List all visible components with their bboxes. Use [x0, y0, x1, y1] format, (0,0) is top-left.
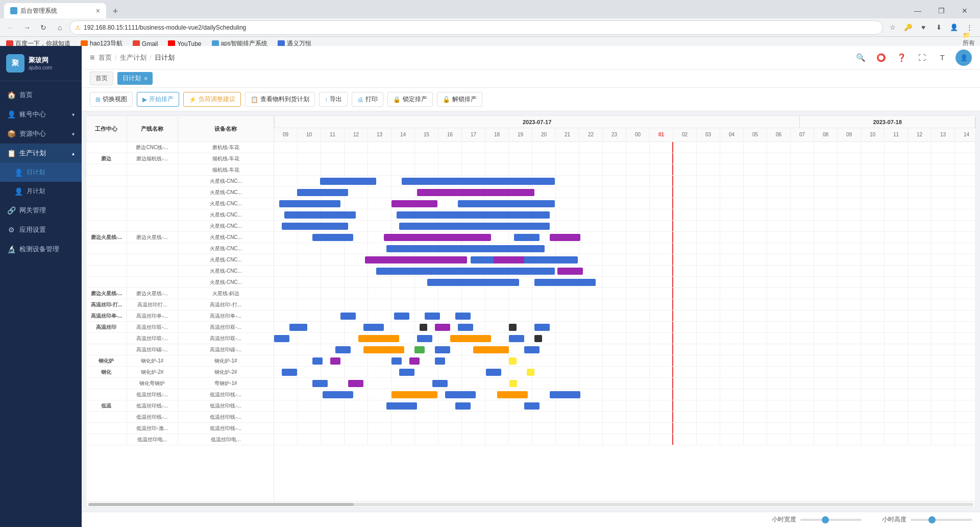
table-row: 钢化炉钢化炉-1#钢化炉-1#: [86, 355, 274, 367]
github-icon[interactable]: ⭕: [874, 51, 888, 65]
gantt-bar: [297, 189, 348, 196]
hour-cell-16: 16: [438, 128, 462, 140]
sidebar-item-resource[interactable]: 📦 资源中心 ▾: [0, 124, 82, 143]
gantt-bar: [435, 324, 450, 331]
print-button[interactable]: 🖨 打印: [352, 92, 383, 107]
sidebar-item-devices[interactable]: 🔬 检测设备管理: [0, 239, 82, 259]
logo-icon: 聚: [6, 54, 24, 73]
gantt-hscroll[interactable]: [86, 501, 975, 507]
minimize-button[interactable]: —: [906, 3, 929, 18]
fullscreen-icon[interactable]: ⛶: [915, 51, 929, 65]
start-schedule-button[interactable]: ▶ 开始排产: [137, 92, 179, 107]
load-adjust-button[interactable]: ⚡ 负荷调整建议: [183, 92, 241, 107]
gantt-bar: [509, 324, 517, 331]
breadcrumb-home[interactable]: 首页: [99, 53, 112, 62]
breadcrumb-production[interactable]: 生产计划: [120, 53, 146, 62]
hscroll-thumb[interactable]: [88, 503, 354, 506]
export-button[interactable]: ↑ 导出: [319, 92, 348, 107]
cell-workcenter: [86, 187, 127, 198]
material-plan-button[interactable]: 📋 查看物料到货计划: [245, 92, 315, 107]
cell-devname: 火星线-CNC...: [178, 221, 274, 231]
forward-button[interactable]: →: [20, 21, 34, 34]
load-icon: ⚡: [189, 96, 197, 103]
production-icon: 📋: [7, 149, 15, 157]
hour-cell-12: 12: [908, 128, 932, 140]
gantt-bar: [450, 335, 491, 342]
extension-icon-4[interactable]: 👤: [947, 21, 961, 34]
table-row: 高温丝印碳-...高温丝印碳-...: [86, 344, 274, 355]
sidebar-item-settings[interactable]: ⚙ 应用设置: [0, 220, 82, 239]
gantt-body[interactable]: 磨边CNC线-...磨机线-车花磨边磨边烟机线-...烟机线-车花烟机线-车花火…: [86, 142, 975, 501]
cell-workcenter: [86, 266, 127, 276]
main-header: ≡ 首页 / 生产计划 / 日计划 🔍 ⭕ ❓ ⛶ T 👤: [82, 46, 980, 69]
lock-schedule-button[interactable]: 🔒 锁定排产: [387, 92, 433, 107]
sidebar-item-home[interactable]: 🏠 首页: [0, 85, 82, 105]
hour-width-slider[interactable]: [800, 519, 862, 521]
cell-linename: [127, 254, 178, 265]
close-button[interactable]: ✕: [953, 3, 976, 18]
address-bar[interactable]: ⚠ 192.168.80.15:1111/business-module-vue…: [69, 20, 883, 35]
tab-close-icon[interactable]: ×: [144, 75, 148, 82]
restore-button[interactable]: ❐: [930, 3, 952, 18]
switch-view-button[interactable]: ⊞ 切换视图: [90, 92, 133, 107]
cell-linename: 钢化炉-1#: [127, 355, 178, 366]
cell-linename: 低温丝印线-...: [127, 389, 178, 400]
gantt-bar: [391, 200, 437, 207]
security-icon: ⚠: [75, 24, 81, 31]
sidebar-item-production[interactable]: 📋 生产计划 ▴: [0, 143, 82, 163]
cell-workcenter: 磨边火星线-...: [86, 288, 127, 299]
table-row: 火星线-CNC...: [86, 254, 274, 266]
tab-home[interactable]: 首页: [90, 71, 113, 85]
tab-daily-plan[interactable]: 日计划 ×: [117, 72, 153, 85]
table-row: 高温丝印单-...高温丝印单-...高温丝印单-...: [86, 310, 274, 322]
menu-toggle-button[interactable]: ≡: [90, 53, 94, 62]
lock-icon: 🔒: [393, 96, 401, 103]
hour-cell-11: 11: [321, 128, 345, 140]
user-avatar[interactable]: 👤: [955, 50, 972, 66]
gantt-bar: [458, 324, 473, 331]
table-row: 火星线-CNC...: [86, 187, 274, 198]
table-row: 低温丝印线-...低温丝印线-...: [86, 412, 274, 423]
browser-tab-active[interactable]: 后台管理系统 ×: [4, 3, 106, 18]
sidebar-item-production-label: 生产计划: [19, 149, 46, 158]
sidebar-item-account[interactable]: 👤 账号中心 ▾: [0, 105, 82, 124]
back-button[interactable]: ←: [4, 21, 17, 34]
cell-linename: 磨边CNC线-...: [127, 142, 178, 153]
chart-row: [274, 434, 975, 445]
extension-icon-1[interactable]: 🔑: [901, 21, 915, 34]
font-icon[interactable]: T: [935, 51, 949, 65]
chart-row: [274, 378, 975, 389]
new-tab-button[interactable]: +: [108, 4, 122, 18]
reload-button[interactable]: ↻: [37, 21, 50, 34]
resource-icon: 📦: [7, 130, 15, 138]
hour-cell-14: 14: [955, 128, 975, 140]
gantt-bar: [340, 313, 356, 320]
table-row: 火星线-CNC...: [86, 243, 274, 254]
gantt-bar: [363, 324, 384, 331]
bookmark-star-icon[interactable]: ☆: [886, 21, 899, 34]
cell-linename: 钢化炉-2#: [127, 367, 178, 377]
hour-width-slider-group: 小时宽度: [772, 515, 862, 524]
chart-row: [274, 333, 975, 344]
home-button[interactable]: ⌂: [53, 21, 66, 34]
help-icon[interactable]: ❓: [894, 51, 909, 65]
extension-icon-2[interactable]: ♥: [917, 21, 930, 34]
extension-icon-3[interactable]: ⬇: [932, 21, 945, 34]
tab-close-button[interactable]: ×: [96, 7, 100, 15]
breadcrumb-current: 日计划: [155, 53, 175, 62]
gantt-bar: [509, 357, 517, 365]
cell-devname: 高温丝印双-...: [178, 322, 274, 332]
hour-cell-06: 06: [767, 128, 791, 140]
sidebar-item-monthly-plan[interactable]: 👤 月计划: [0, 182, 82, 201]
sidebar-item-account-label: 账号中心: [19, 110, 46, 119]
cell-workcenter: 高温丝印-打...: [86, 299, 127, 310]
sidebar-item-daily-plan[interactable]: 👤 日计划: [0, 163, 82, 182]
unlock-schedule-button[interactable]: 🔓 解锁排产: [437, 92, 482, 107]
sidebar-item-daily-label: 日计划: [27, 168, 45, 177]
hour-height-slider[interactable]: [911, 519, 972, 521]
sidebar-item-gateway[interactable]: 🔗 网关管理: [0, 201, 82, 220]
gantt-bar: [414, 346, 425, 353]
search-header-icon[interactable]: 🔍: [853, 51, 868, 65]
sidebar: 聚 聚玻网 ajubo.com 🏠 首页 👤 账号中心 ▾ 📦 资源中心 ▾: [0, 46, 82, 527]
start-icon: ▶: [142, 96, 147, 103]
